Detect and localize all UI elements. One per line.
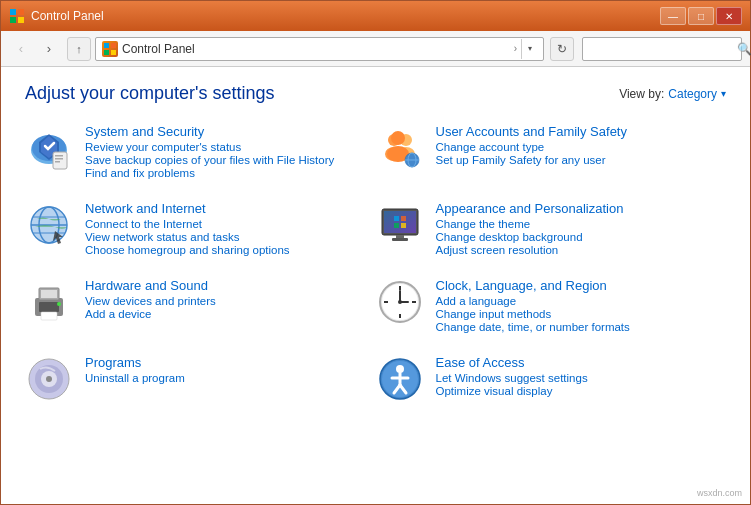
svg-rect-12: [53, 152, 67, 169]
address-bar[interactable]: Control Panel › ▾: [95, 37, 544, 61]
maximize-button[interactable]: □: [688, 7, 714, 25]
network-link-0[interactable]: Connect to the Internet: [85, 218, 376, 230]
category-hardware: Hardware and Sound View devices and prin…: [25, 278, 376, 333]
hardware-content: Hardware and Sound View devices and prin…: [85, 278, 376, 320]
appearance-icon: [376, 201, 424, 249]
clock-link-1[interactable]: Change input methods: [436, 308, 727, 320]
category-ease-access: Ease of Access Let Windows suggest setti…: [376, 355, 727, 403]
minimize-button[interactable]: —: [660, 7, 686, 25]
programs-icon: [25, 355, 73, 403]
appearance-link-0[interactable]: Change the theme: [436, 218, 727, 230]
svg-rect-0: [10, 9, 16, 15]
view-by-arrow[interactable]: ▾: [721, 88, 726, 99]
user-accounts-icon: [376, 124, 424, 172]
svg-rect-13: [55, 155, 63, 157]
address-text: Control Panel: [122, 42, 510, 56]
svg-rect-7: [111, 50, 116, 55]
svg-rect-45: [41, 290, 57, 298]
network-link-2[interactable]: Choose homegroup and sharing options: [85, 244, 376, 256]
address-dropdown[interactable]: ▾: [521, 39, 537, 59]
appearance-link-1[interactable]: Change desktop background: [436, 231, 727, 243]
header-row: Adjust your computer's settings View by:…: [25, 83, 726, 104]
up-button[interactable]: ↑: [67, 37, 91, 61]
user-accounts-content: User Accounts and Family Safety Change a…: [436, 124, 727, 166]
category-appearance: Appearance and Personalization Change th…: [376, 201, 727, 256]
category-programs: Programs Uninstall a program: [25, 355, 376, 403]
network-title[interactable]: Network and Internet: [85, 201, 376, 216]
svg-rect-39: [401, 223, 406, 228]
programs-link-0[interactable]: Uninstall a program: [85, 372, 376, 384]
categories-grid: System and Security Review your computer…: [25, 124, 726, 425]
user-accounts-link-0[interactable]: Change account type: [436, 141, 727, 153]
search-icon[interactable]: 🔍: [737, 42, 751, 56]
programs-content: Programs Uninstall a program: [85, 355, 376, 384]
category-network: Network and Internet Connect to the Inte…: [25, 201, 376, 256]
svg-rect-2: [10, 17, 16, 23]
clock-link-0[interactable]: Add a language: [436, 295, 727, 307]
main-window: Control Panel — □ ✕ ‹ › ↑ Control Panel …: [0, 0, 751, 505]
back-button[interactable]: ‹: [9, 37, 33, 61]
category-system-security: System and Security Review your computer…: [25, 124, 376, 179]
user-accounts-title[interactable]: User Accounts and Family Safety: [436, 124, 727, 139]
view-by-label: View by:: [619, 87, 664, 101]
hardware-link-0[interactable]: View devices and printers: [85, 295, 376, 307]
ease-access-link-1[interactable]: Optimize visual display: [436, 385, 727, 397]
window-title: Control Panel: [31, 9, 104, 23]
network-content: Network and Internet Connect to the Inte…: [85, 201, 376, 256]
title-bar: Control Panel — □ ✕: [1, 1, 750, 31]
svg-rect-3: [18, 17, 24, 23]
page-title: Adjust your computer's settings: [25, 83, 275, 104]
svg-rect-41: [392, 238, 408, 241]
category-user-accounts: User Accounts and Family Safety Change a…: [376, 124, 727, 179]
category-clock: Clock, Language, and Region Add a langua…: [376, 278, 727, 333]
ease-access-icon: [376, 355, 424, 403]
address-bar-icon: [102, 41, 118, 57]
svg-point-47: [57, 302, 61, 306]
svg-point-60: [46, 376, 52, 382]
hardware-title[interactable]: Hardware and Sound: [85, 278, 376, 293]
clock-link-2[interactable]: Change date, time, or number formats: [436, 321, 727, 333]
close-button[interactable]: ✕: [716, 7, 742, 25]
title-bar-controls: — □ ✕: [660, 7, 742, 25]
ease-access-link-0[interactable]: Let Windows suggest settings: [436, 372, 727, 384]
search-input[interactable]: [587, 42, 737, 56]
view-by-value[interactable]: Category: [668, 87, 717, 101]
system-security-link-2[interactable]: Find and fix problems: [85, 167, 376, 179]
svg-rect-15: [55, 161, 60, 163]
svg-point-20: [391, 131, 405, 145]
programs-title[interactable]: Programs: [85, 355, 376, 370]
system-security-icon: [25, 124, 73, 172]
svg-rect-36: [394, 216, 399, 221]
view-by: View by: Category ▾: [619, 87, 726, 101]
hardware-icon: [25, 278, 73, 326]
system-security-link-0[interactable]: Review your computer's status: [85, 141, 376, 153]
svg-rect-6: [104, 50, 109, 55]
search-box[interactable]: 🔍: [582, 37, 742, 61]
system-security-title[interactable]: System and Security: [85, 124, 376, 139]
forward-button[interactable]: ›: [37, 37, 61, 61]
watermark: wsxdn.com: [697, 488, 742, 498]
network-link-1[interactable]: View network status and tasks: [85, 231, 376, 243]
clock-title[interactable]: Clock, Language, and Region: [436, 278, 727, 293]
svg-rect-5: [111, 43, 116, 48]
svg-rect-38: [394, 223, 399, 228]
system-security-link-1[interactable]: Save backup copies of your files with Fi…: [85, 154, 376, 166]
svg-rect-46: [41, 312, 57, 320]
window-icon: [9, 8, 25, 24]
svg-rect-14: [55, 158, 63, 160]
hardware-link-1[interactable]: Add a device: [85, 308, 376, 320]
svg-rect-35: [384, 211, 416, 233]
clock-content: Clock, Language, and Region Add a langua…: [436, 278, 727, 333]
svg-rect-4: [104, 43, 109, 48]
title-bar-left: Control Panel: [9, 8, 104, 24]
svg-rect-43: [39, 302, 59, 312]
svg-rect-37: [401, 216, 406, 221]
ease-access-title[interactable]: Ease of Access: [436, 355, 727, 370]
appearance-link-2[interactable]: Adjust screen resolution: [436, 244, 727, 256]
svg-rect-1: [18, 9, 24, 15]
toolbar: ‹ › ↑ Control Panel › ▾ ↻ 🔍: [1, 31, 750, 67]
ease-access-content: Ease of Access Let Windows suggest setti…: [436, 355, 727, 397]
user-accounts-link-1[interactable]: Set up Family Safety for any user: [436, 154, 727, 166]
appearance-title[interactable]: Appearance and Personalization: [436, 201, 727, 216]
refresh-button[interactable]: ↻: [550, 37, 574, 61]
